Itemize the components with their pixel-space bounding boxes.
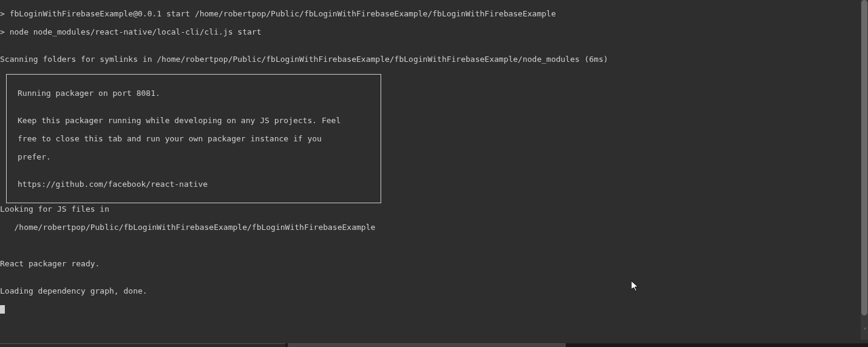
- scroll-down-icon[interactable]: ⌄: [863, 322, 867, 331]
- output-line: Looking for JS files in: [0, 204, 861, 214]
- box-line: Running packager on port 8081.: [18, 89, 370, 98]
- box-line: free to close this tab and run your own …: [18, 134, 370, 143]
- taskbar-item[interactable]: [0, 343, 285, 347]
- packager-info-box: Running packager on port 8081. Keep this…: [6, 74, 381, 203]
- cursor-line: [0, 305, 861, 314]
- terminal-cursor: [0, 305, 5, 314]
- scrollbar-thumb[interactable]: [861, 0, 867, 315]
- output-line: /home/robertpop/Public/fbLoginWithFireba…: [0, 223, 861, 232]
- output-line: Loading dependency graph, done.: [0, 286, 861, 295]
- box-line: Keep this packager running while develop…: [18, 116, 370, 125]
- taskbar: [0, 343, 868, 347]
- taskbar-item[interactable]: [288, 343, 566, 347]
- box-line: https://github.com/facebook/react-native: [18, 180, 370, 189]
- terminal-output[interactable]: > fbLoginWithFirebaseExample@0.0.1 start…: [0, 0, 861, 340]
- output-line: > fbLoginWithFirebaseExample@0.0.1 start…: [0, 9, 861, 18]
- output-line: > node node_modules/react-native/local-c…: [0, 27, 861, 36]
- output-line: React packager ready.: [0, 259, 861, 268]
- box-line: prefer.: [18, 152, 370, 161]
- scrollbar-track[interactable]: ⌄: [861, 0, 868, 340]
- output-line: Scanning folders for symlinks in /home/r…: [0, 55, 861, 64]
